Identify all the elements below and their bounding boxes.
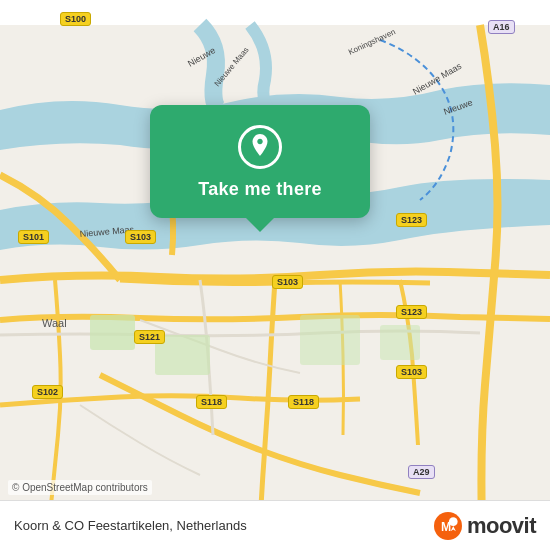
location-pin-icon — [238, 125, 282, 169]
bottom-bar: Koorn & CO Feestartikelen, Netherlands M… — [0, 500, 550, 550]
popup-card: Take me there — [150, 105, 370, 218]
road-badge-s103a: S103 — [125, 230, 156, 244]
svg-rect-1 — [90, 315, 135, 350]
svg-rect-3 — [300, 315, 360, 365]
map-container[interactable]: Waal Nieuwe Nieuwe Maas Nieuwe Koningsha… — [0, 0, 550, 550]
svg-text:Waal: Waal — [42, 317, 67, 329]
take-me-there-button[interactable]: Take me there — [198, 179, 322, 200]
road-badge-s101: S101 — [18, 230, 49, 244]
moovit-logo: M moovit — [434, 512, 536, 540]
road-badge-s103b: S103 — [272, 275, 303, 289]
location-name: Koorn & CO Feestartikelen, Netherlands — [14, 518, 247, 533]
road-badge-s100: S100 — [60, 12, 91, 26]
road-badge-a29: A29 — [408, 465, 435, 479]
road-badge-s123a: S123 — [396, 213, 427, 227]
road-badge-s118a: S118 — [196, 395, 227, 409]
road-badge-s103c: S103 — [396, 365, 427, 379]
svg-point-14 — [449, 517, 458, 526]
road-badge-s118b: S118 — [288, 395, 319, 409]
road-badge-a16: A16 — [488, 20, 515, 34]
svg-rect-4 — [380, 325, 420, 360]
map-copyright: © OpenStreetMap contributors — [8, 480, 152, 495]
moovit-icon: M — [434, 512, 462, 540]
moovit-brand-text: moovit — [467, 513, 536, 539]
road-badge-s102: S102 — [32, 385, 63, 399]
road-badge-s123b: S123 — [396, 305, 427, 319]
road-badge-s121: S121 — [134, 330, 165, 344]
